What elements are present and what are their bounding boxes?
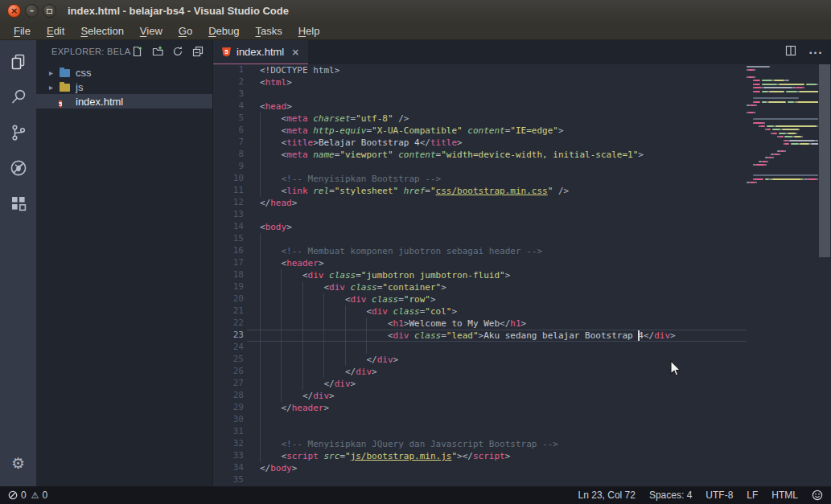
line-number[interactable]: 35 <box>213 474 260 485</box>
code-line-32[interactable]: 32 <!-- Menyisipkan JQuery dan Javascrip… <box>213 438 747 450</box>
code-line-27[interactable]: 27 </div> <box>213 378 747 390</box>
line-number[interactable]: 25 <box>213 354 260 364</box>
menu-item-file[interactable]: File <box>6 23 38 39</box>
code-line-23[interactable]: 23 <div class="lead">Aku sedang belajar … <box>213 330 747 342</box>
code-line-13[interactable]: 13 <box>213 209 747 221</box>
code-line-22[interactable]: 22 <h1>Welcome to My Web</h1> <box>213 318 747 330</box>
code-line-6[interactable]: 6 <meta http-equiv="X-UA-Compatible" con… <box>213 125 747 137</box>
code-line-18[interactable]: 18 <div class="jumbotron jumbotron-fluid… <box>213 269 747 281</box>
file-tree-item-index-html[interactable]: 5index.html <box>36 94 212 109</box>
eol-setting[interactable]: LF <box>747 490 758 501</box>
code-line-9[interactable]: 9 <box>213 161 747 173</box>
code-line-34[interactable]: 34</body> <box>213 462 747 474</box>
errors-indicator[interactable]: 0 <box>8 490 27 501</box>
line-number[interactable]: 26 <box>213 366 260 376</box>
line-number[interactable]: 14 <box>213 221 260 232</box>
line-number[interactable]: 1 <box>213 64 260 75</box>
line-number[interactable]: 20 <box>213 293 260 304</box>
line-number[interactable]: 3 <box>213 88 260 99</box>
scrollbar-thumb[interactable] <box>819 64 830 257</box>
code-line-16[interactable]: 16 <!-- Membuat komponen jubotron sebaga… <box>213 245 747 257</box>
language-mode[interactable]: HTML <box>771 490 798 501</box>
code-line-11[interactable]: 11 <link rel="stylesheet" href="css/boot… <box>213 185 747 197</box>
code-line-12[interactable]: 12</head> <box>213 197 747 209</box>
code-line-31[interactable]: 31 <box>213 426 747 438</box>
line-number[interactable]: 24 <box>213 342 260 352</box>
code-line-1[interactable]: 1<!DOCTYPE html> <box>213 64 747 76</box>
code-line-3[interactable]: 3 <box>213 88 747 100</box>
file-tree-item-js[interactable]: ▸js <box>36 80 212 94</box>
code-line-35[interactable]: 35 <box>213 474 747 486</box>
code-line-21[interactable]: 21 <div class="col"> <box>213 305 747 318</box>
code-line-30[interactable]: 30 <box>213 414 747 426</box>
file-tree-item-css[interactable]: ▸css <box>36 65 212 80</box>
line-number[interactable]: 33 <box>213 450 260 461</box>
line-number[interactable]: 30 <box>213 414 260 424</box>
code-line-29[interactable]: 29 </header> <box>213 402 747 414</box>
code-editor[interactable]: 1<!DOCTYPE html>2<html>34<head>5 <meta c… <box>213 64 831 486</box>
explorer-icon[interactable] <box>8 51 29 72</box>
menu-item-selection[interactable]: Selection <box>73 23 130 39</box>
editor-scrollbar[interactable] <box>818 64 831 486</box>
new-file-icon[interactable] <box>131 45 144 58</box>
line-number[interactable]: 12 <box>213 197 260 207</box>
line-number[interactable]: 32 <box>213 438 260 449</box>
encoding-setting[interactable]: UTF-8 <box>706 490 733 501</box>
code-line-33[interactable]: 33 <script src="js/bootstrap.min.js"></s… <box>213 450 747 462</box>
code-line-19[interactable]: 19 <div class="container"> <box>213 281 747 293</box>
tab-close-icon[interactable]: × <box>291 47 299 58</box>
close-button[interactable]: × <box>7 4 21 18</box>
menu-item-view[interactable]: View <box>133 23 170 39</box>
minimap[interactable] <box>747 66 818 486</box>
cursor-position[interactable]: Ln 23, Col 72 <box>578 490 636 501</box>
debug-icon[interactable] <box>8 158 29 178</box>
line-number[interactable]: 27 <box>213 378 260 388</box>
line-number[interactable]: 28 <box>213 390 260 400</box>
line-number[interactable]: 4 <box>213 100 260 111</box>
line-number[interactable]: 5 <box>213 113 260 123</box>
code-line-4[interactable]: 4<head> <box>213 100 747 113</box>
code-line-20[interactable]: 20 <div class="row"> <box>213 293 747 305</box>
code-line-28[interactable]: 28 </div> <box>213 390 747 402</box>
code-line-8[interactable]: 8 <meta name="viewport" content="width=d… <box>213 149 747 161</box>
line-number[interactable]: 2 <box>213 76 260 87</box>
more-actions-icon[interactable]: ··· <box>808 45 823 59</box>
line-number[interactable]: 8 <box>213 149 260 159</box>
line-number[interactable]: 29 <box>213 402 260 412</box>
search-icon[interactable] <box>8 87 29 108</box>
refresh-icon[interactable] <box>171 45 184 58</box>
line-number[interactable]: 34 <box>213 462 260 473</box>
code-line-14[interactable]: 14<body> <box>213 221 747 233</box>
line-number[interactable]: 23 <box>213 330 260 340</box>
line-number[interactable]: 10 <box>213 173 260 183</box>
line-number[interactable]: 21 <box>213 305 260 316</box>
line-number[interactable]: 7 <box>213 137 260 147</box>
code-line-2[interactable]: 2<html> <box>213 76 747 88</box>
menu-item-debug[interactable]: Debug <box>201 23 246 39</box>
indentation-setting[interactable]: Spaces: 4 <box>649 490 692 501</box>
code-line-26[interactable]: 26 </div> <box>213 366 747 378</box>
line-number[interactable]: 13 <box>213 209 260 219</box>
menu-item-help[interactable]: Help <box>291 23 327 39</box>
extensions-icon[interactable] <box>8 193 29 214</box>
feedback-smiley-icon[interactable] <box>812 490 823 501</box>
code-line-15[interactable]: 15 <box>213 233 747 245</box>
settings-gear-icon[interactable]: ⚙ <box>8 453 29 473</box>
new-folder-icon[interactable] <box>151 45 164 58</box>
code-line-10[interactable]: 10 <!-- Menyisipkan Bootstrap --> <box>213 173 747 185</box>
split-editor-icon[interactable] <box>784 44 797 60</box>
line-number[interactable]: 31 <box>213 426 260 436</box>
line-number[interactable]: 15 <box>213 233 260 244</box>
line-number[interactable]: 16 <box>213 245 260 256</box>
menu-item-edit[interactable]: Edit <box>39 23 72 39</box>
maximize-button[interactable] <box>43 4 56 18</box>
code-line-7[interactable]: 7 <title>Belajar Bootstrap 4</title> <box>213 137 747 149</box>
code-line-24[interactable]: 24 <box>213 342 747 354</box>
minimize-button[interactable]: – <box>25 4 39 18</box>
tab-index-html[interactable]: 5 index.html × <box>213 40 308 64</box>
line-number[interactable]: 18 <box>213 269 260 280</box>
menu-item-tasks[interactable]: Tasks <box>248 23 289 39</box>
menu-item-go[interactable]: Go <box>171 23 200 39</box>
warnings-indicator[interactable]: ⚠ 0 <box>31 490 48 501</box>
line-number[interactable]: 22 <box>213 318 260 328</box>
